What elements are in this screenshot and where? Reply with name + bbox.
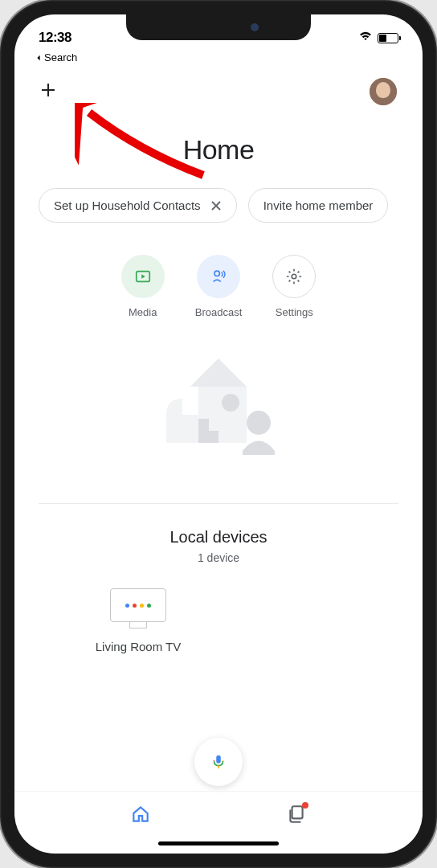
- settings-action[interactable]: Settings: [272, 255, 316, 318]
- profile-avatar[interactable]: [368, 76, 398, 107]
- device-living-room-tv[interactable]: Living Room TV: [14, 588, 423, 653]
- notification-badge: [302, 802, 308, 809]
- local-devices-title: Local devices: [14, 528, 423, 547]
- settings-icon: [272, 255, 316, 298]
- broadcast-action[interactable]: Broadcast: [195, 255, 243, 318]
- chip-label: Set up Household Contacts: [54, 199, 201, 212]
- phone-frame: 12:38 Search: [0, 0, 437, 868]
- suggestion-chips: Set up Household Contacts Invite home me…: [14, 188, 423, 223]
- battery-icon: [378, 33, 398, 43]
- add-button[interactable]: [39, 80, 58, 103]
- page-title: Home: [14, 134, 423, 166]
- media-label: Media: [129, 306, 157, 318]
- nav-activity[interactable]: [286, 804, 307, 828]
- quick-actions: Media Broadcast Settings: [14, 255, 423, 318]
- broadcast-icon: [197, 255, 240, 298]
- close-icon[interactable]: [210, 200, 222, 211]
- chip-label: Invite home member: [263, 199, 374, 212]
- nav-home[interactable]: [130, 804, 151, 828]
- home-indicator[interactable]: [158, 841, 279, 845]
- status-time: 12:38: [39, 30, 71, 46]
- svg-rect-10: [216, 755, 221, 764]
- divider: [39, 503, 398, 504]
- plus-icon: [39, 80, 58, 100]
- local-devices-count: 1 device: [14, 551, 423, 564]
- tv-icon: [110, 588, 166, 628]
- chip-setup-household[interactable]: Set up Household Contacts: [39, 188, 237, 223]
- svg-rect-8: [166, 415, 198, 443]
- back-label: Search: [44, 51, 77, 63]
- empty-state-illustration: [14, 342, 423, 471]
- svg-marker-5: [190, 358, 247, 387]
- broadcast-label: Broadcast: [195, 306, 243, 318]
- microphone-icon: [210, 753, 227, 771]
- back-to-search[interactable]: Search: [14, 50, 423, 65]
- media-action[interactable]: Media: [121, 255, 165, 318]
- chip-invite-member[interactable]: Invite home member: [248, 188, 389, 223]
- settings-label: Settings: [276, 306, 313, 318]
- back-chevron-icon: [35, 55, 42, 61]
- media-icon: [121, 255, 165, 298]
- svg-point-9: [247, 411, 271, 435]
- notch: [126, 14, 311, 40]
- svg-point-4: [292, 274, 297, 279]
- device-label: Living Room TV: [96, 640, 181, 653]
- svg-point-7: [222, 394, 239, 411]
- home-icon: [130, 804, 151, 825]
- voice-assistant-button[interactable]: [194, 738, 243, 786]
- wifi-icon: [358, 31, 373, 45]
- svg-rect-12: [292, 806, 303, 818]
- svg-point-3: [214, 271, 219, 276]
